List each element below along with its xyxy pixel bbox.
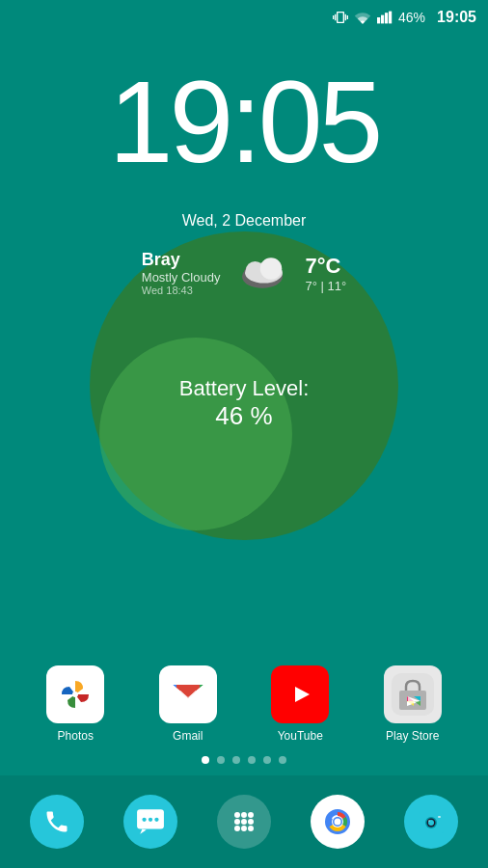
date-display: Wed, 2 December [182, 212, 307, 229]
svg-point-28 [154, 818, 158, 822]
weather-icon [233, 249, 291, 297]
weather-temperature: 7°C [305, 254, 346, 279]
battery-label: Battery Level: [179, 376, 310, 401]
inner-circle [99, 338, 292, 530]
svg-rect-2 [385, 13, 388, 23]
playstore-app[interactable]: Play Store [384, 665, 442, 743]
svg-rect-3 [389, 12, 392, 24]
gmail-label: Gmail [173, 729, 203, 743]
photos-app[interactable]: Photos [46, 665, 104, 743]
messages-dock-icon[interactable] [123, 795, 177, 849]
phone-dock-icon[interactable] [30, 795, 84, 849]
photos-icon [46, 665, 104, 723]
youtube-label: YouTube [278, 729, 323, 743]
svg-point-10 [72, 692, 78, 697]
battery-value: 46 % [179, 401, 310, 431]
battery-percentage: 46% [398, 10, 425, 25]
app-row: Photos Gmail [0, 665, 488, 743]
svg-point-35 [234, 826, 240, 831]
gmail-app[interactable]: Gmail [159, 665, 217, 743]
gmail-icon [159, 665, 217, 723]
svg-point-9 [260, 258, 283, 280]
weather-datetime: Wed 18:43 [142, 285, 221, 296]
svg-point-42 [335, 819, 341, 826]
svg-rect-47 [438, 816, 441, 818]
playstore-label: Play Store [386, 729, 439, 743]
page-dot-6[interactable] [279, 756, 286, 764]
weather-right: 7°C 7° | 11° [305, 254, 346, 293]
page-dot-3[interactable] [232, 756, 240, 764]
battery-widget[interactable]: Battery Level: 46 % [179, 376, 310, 431]
svg-point-31 [248, 812, 254, 818]
weather-left: Bray Mostly Cloudy Wed 18:43 [142, 250, 221, 296]
page-dot-5[interactable] [263, 756, 271, 764]
page-dot-1[interactable] [202, 756, 209, 764]
svg-point-37 [248, 826, 254, 831]
svg-rect-1 [381, 15, 384, 24]
page-dot-2[interactable] [217, 756, 225, 764]
date-area: Wed, 2 December [0, 212, 488, 230]
app-drawer-icon[interactable] [217, 795, 271, 849]
status-bar: 46% 19:05 [0, 0, 488, 35]
weather-range: 7° | 11° [305, 279, 346, 293]
wifi-icon [354, 11, 371, 24]
svg-point-33 [241, 819, 247, 825]
weather-city: Bray [142, 250, 221, 270]
svg-point-46 [428, 820, 430, 822]
svg-point-29 [234, 812, 240, 818]
youtube-app[interactable]: YouTube [271, 665, 329, 743]
svg-point-36 [241, 826, 247, 831]
status-time: 19:05 [437, 9, 476, 26]
svg-point-27 [149, 818, 152, 822]
photos-label: Photos [58, 729, 94, 743]
camera-dock-icon[interactable] [404, 795, 458, 849]
weather-widget[interactable]: Bray Mostly Cloudy Wed 18:43 7°C 7° | 11… [99, 249, 389, 297]
clock-area: 19:05 [0, 35, 488, 179]
svg-point-34 [248, 819, 254, 825]
bottom-dock [0, 775, 488, 868]
page-dot-4[interactable] [248, 756, 256, 764]
youtube-icon [271, 665, 329, 723]
svg-point-26 [142, 818, 146, 822]
svg-point-30 [241, 812, 247, 818]
playstore-icon [384, 665, 442, 723]
weather-description: Mostly Cloudy [142, 270, 221, 285]
signal-icon [377, 11, 393, 24]
clock-display: 19:05 [109, 64, 379, 179]
svg-rect-0 [377, 17, 380, 23]
chrome-dock-icon[interactable] [311, 795, 365, 849]
svg-point-32 [234, 819, 240, 825]
page-indicators [0, 756, 488, 764]
vibrate-icon [333, 10, 348, 25]
